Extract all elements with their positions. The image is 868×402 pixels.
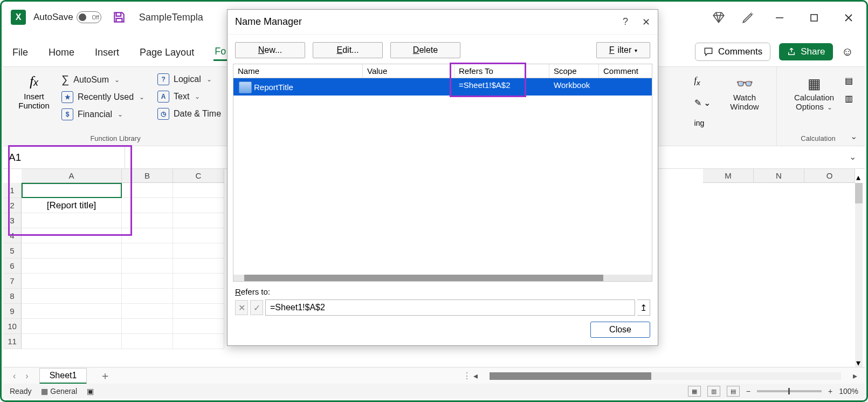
col-value-header[interactable]: Value [363,64,454,78]
row-header[interactable]: 6 [3,258,22,274]
col-header-N[interactable]: N [754,169,804,183]
cell[interactable] [173,228,224,243]
vertical-scrollbar[interactable]: ▴▾ [855,183,863,367]
cell[interactable] [173,258,224,274]
autosum-button[interactable]: ∑AutoSum⌄ [61,73,144,86]
tab-file[interactable]: File [11,45,29,60]
cell[interactable] [122,334,173,349]
calc-now-icon[interactable]: ▤ [845,76,853,86]
row-header[interactable]: 5 [3,243,22,258]
row-header[interactable]: 9 [3,304,22,319]
cell[interactable] [22,289,122,304]
dialog-help-icon[interactable]: ? [623,16,628,28]
calc-sheet-icon[interactable]: ▥ [845,93,853,104]
maximize-button[interactable] [804,10,824,26]
cell[interactable] [122,274,173,289]
cell[interactable] [122,258,173,274]
cell[interactable] [173,213,224,228]
financial-button[interactable]: $Financial⌄ [61,108,144,120]
cell[interactable] [173,274,224,289]
minimize-button[interactable] [770,10,789,26]
share-button[interactable]: Share [779,43,832,60]
watch-window-button[interactable]: 👓 Watch Window [719,70,770,146]
sheet-options-icon[interactable]: ⋮ [463,371,471,381]
cell[interactable] [22,274,122,289]
view-normal-icon[interactable]: ▦ [688,386,701,397]
refers-to-accept-icon[interactable]: ✓ [250,300,263,315]
comments-button[interactable]: Comments [695,43,770,61]
row-header[interactable]: 7 [3,274,22,289]
col-header-C[interactable]: C [173,169,224,183]
add-sheet-button[interactable]: ＋ [100,369,111,383]
autosave-label: AutoSave [33,12,73,23]
sheet-next-icon[interactable]: › [25,371,28,381]
zoom-in-icon[interactable]: + [828,387,832,396]
app-close-button[interactable] [839,10,858,26]
pen-icon[interactable] [741,11,755,25]
cell[interactable] [122,304,173,319]
col-header-M[interactable]: M [703,169,754,183]
tab-formulas[interactable]: Fo [213,44,227,61]
cell[interactable] [173,304,224,319]
row-header[interactable]: 10 [3,319,22,334]
cell[interactable] [22,243,122,258]
filter-button[interactable]: Filter▾ [596,42,650,58]
cell[interactable] [122,243,173,258]
delete-button[interactable]: Delete [390,42,460,58]
name-manager-dialog: Name Manager ? ✕ New... Edit... Delete F… [227,9,658,346]
cell[interactable] [22,304,122,319]
status-macro-icon[interactable]: ▣ [87,387,94,396]
logical-button[interactable]: ?Logical⌄ [157,73,221,85]
date-time-button[interactable]: ◷Date & Time [157,108,221,120]
cell[interactable] [173,289,224,304]
cell[interactable] [173,198,224,213]
cell[interactable] [122,319,173,334]
tab-home[interactable]: Home [47,45,75,60]
cell[interactable] [173,183,224,198]
cell[interactable] [22,334,122,349]
col-name-header[interactable]: Name [233,64,363,78]
new-button[interactable]: New... [235,42,305,58]
name-row-selected[interactable]: ReportTitle =Sheet1!$A$2 Workbook [233,78,652,96]
autosave-toggle[interactable]: Off [77,11,101,23]
tab-insert[interactable]: Insert [94,45,120,60]
zoom-slider[interactable] [757,390,822,392]
range-picker-icon[interactable]: ↥ [637,299,650,316]
formula-bar-expand-icon[interactable]: ⌄ [849,152,856,162]
text-button[interactable]: AText⌄ [157,91,221,103]
zoom-out-icon[interactable]: − [746,387,750,396]
cell[interactable] [173,334,224,349]
col-comment-header[interactable]: Comment [599,64,652,78]
view-page-icon[interactable]: ▥ [707,386,720,397]
cell[interactable] [122,289,173,304]
trace-icon[interactable]: ✎ ⌄ [694,98,711,108]
dialog-hscrollbar[interactable] [233,275,652,281]
view-break-icon[interactable]: ▤ [727,386,740,397]
edit-button[interactable]: Edit... [313,42,383,58]
cell[interactable] [22,258,122,274]
horizontal-scrollbar[interactable] [490,372,841,380]
collapse-ribbon-icon[interactable]: ⌄ [850,131,857,141]
row-header[interactable]: 11 [3,334,22,349]
cell[interactable] [173,243,224,258]
refers-to-input[interactable]: =Sheet1!$A$2 [265,299,635,316]
diamond-icon[interactable] [712,11,726,25]
refers-to-cancel-icon[interactable]: ✕ [235,300,248,315]
cell[interactable] [22,319,122,334]
recently-used-button[interactable]: ★Recently Used⌄ [61,91,144,103]
highlight-box [8,145,132,236]
hscroll-left-icon[interactable]: ◂ [471,371,480,381]
dialog-close-icon[interactable]: ✕ [642,16,650,28]
sheet-tab-sheet1[interactable]: Sheet1 [39,368,87,384]
row-header[interactable]: 8 [3,289,22,304]
hscroll-right-icon[interactable]: ▸ [851,371,859,381]
col-scope-header[interactable]: Scope [549,64,599,78]
tab-page-layout[interactable]: Page Layout [139,45,195,60]
close-button[interactable]: Close [590,322,650,338]
fx-small-icon[interactable]: fx [694,76,711,87]
feedback-icon[interactable]: ☺ [842,45,853,59]
save-icon[interactable] [112,10,126,24]
cell[interactable] [173,319,224,334]
col-header-O[interactable]: O [804,169,855,183]
sheet-prev-icon[interactable]: ‹ [13,371,16,381]
